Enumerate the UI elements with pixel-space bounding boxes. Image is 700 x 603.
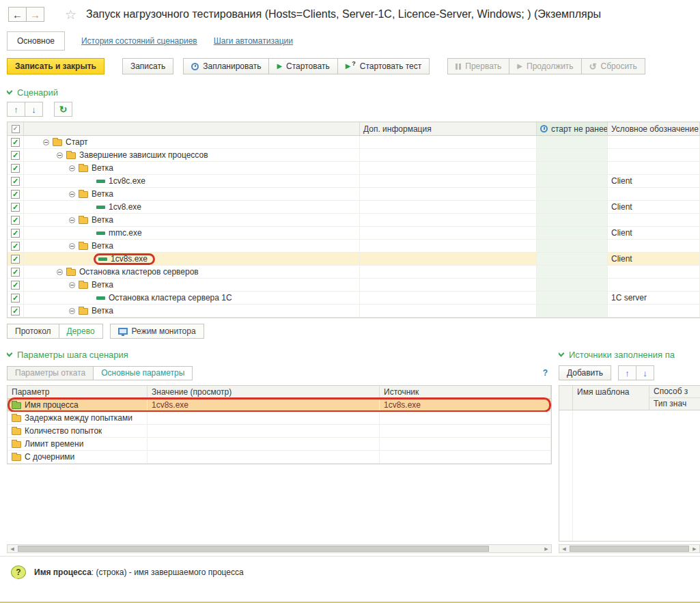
back-button[interactable]: ← [8,7,27,22]
row-checkbox[interactable] [11,177,20,186]
row-checkbox[interactable] [11,203,20,212]
collapse-icon[interactable] [69,308,75,314]
move-up-button[interactable]: ↑ [7,102,25,117]
param-row[interactable]: Лимит времени [8,438,551,451]
collapse-icon[interactable] [43,139,49,145]
process-icon [96,296,105,300]
scroll-right-icon[interactable]: ▶ [542,545,551,552]
schedule-label: Запланировать [203,61,261,71]
tree-row[interactable]: Завершение зависших процессов [8,149,700,162]
save-and-close-button[interactable]: Записать и закрыть [7,58,104,74]
fill-sources-header[interactable]: Источники заполнения па [559,348,700,361]
folder-icon [79,191,88,198]
param-row[interactable]: Количество попыток [8,425,551,438]
param-row-selected[interactable]: Имя процесса 1cv8s.exe 1cv8s.exe [8,399,551,412]
row-checkbox[interactable] [11,151,20,160]
tree-row[interactable]: Остановка кластеров серверов [8,266,700,279]
refresh-button[interactable]: ↻ [54,102,72,117]
play-icon: ▶ [517,63,522,70]
symbol-column-header[interactable]: Условное обозначение ед... [608,122,700,135]
tab-main[interactable]: Основное [7,31,65,51]
tab-rollback-params[interactable]: Параметры отката [7,366,94,380]
reset-button[interactable]: ↺Сбросить [581,58,645,74]
horizontal-scrollbar[interactable]: ◀ ▶ [559,544,700,553]
tree-row[interactable]: 1cv8c.exe Client [8,175,700,188]
row-checkbox[interactable] [11,307,20,315]
schedule-button[interactable]: Запланировать [183,58,269,74]
scrollbar-thumb[interactable] [570,546,689,552]
info-column-header[interactable]: Доп. информация [360,122,537,135]
param-row[interactable]: Задержка между попытками [8,412,551,425]
link-scenario-history[interactable]: История состояний сценариев [81,36,197,46]
scrollbar-thumb[interactable] [18,546,489,552]
interrupt-button[interactable]: Прервать [447,58,509,74]
horizontal-scrollbar[interactable]: ◀ ▶ [7,544,552,553]
tab-protocol[interactable]: Протокол [7,324,59,339]
source-column-header[interactable]: Источник [380,386,551,398]
tree-row[interactable]: Ветка [8,240,700,253]
row-checkbox[interactable] [11,190,20,199]
start-test-button[interactable]: ▶?Стартовать тест [337,58,430,74]
row-checkbox[interactable] [11,294,20,303]
sources-table-body[interactable] [559,410,700,541]
row-checkbox[interactable] [11,164,20,173]
collapse-icon[interactable] [57,269,63,275]
row-checkbox[interactable] [11,255,20,264]
tree-row[interactable]: Ветка [8,279,700,292]
start-column-header[interactable]: старт не ранее... [537,122,608,135]
scroll-left-icon[interactable]: ◀ [559,545,569,552]
tree-row[interactable]: Остановка кластера сервера 1С 1C server [8,292,700,305]
row-checkbox[interactable] [11,216,20,225]
move-down-button[interactable]: ↓ [25,102,43,117]
move-down-button[interactable]: ↓ [636,365,654,380]
row-checkbox[interactable] [11,268,20,277]
tree-row[interactable]: Ветка [8,162,700,175]
tab-monitor-mode[interactable]: Режим монитора [110,324,204,339]
tree-row[interactable]: 1cv8.exe Client [8,201,700,214]
tree-item-label: Ветка [92,163,113,173]
resume-button[interactable]: ▶Продолжить [509,58,581,74]
tree-row-selected[interactable]: 1cv8s.exe Client [8,253,700,266]
tree-row[interactable]: Ветка [8,305,700,318]
template-column-header[interactable]: Имя шаблона [573,386,649,410]
select-all-icon[interactable] [12,125,20,133]
add-button[interactable]: Добавить [559,365,611,380]
tree-row[interactable]: Старт [8,136,700,149]
method-column-header[interactable]: Способ з [649,386,700,398]
tree-column-header[interactable] [24,122,360,135]
row-checkbox[interactable] [11,138,20,147]
collapse-icon[interactable] [69,243,75,249]
start-button[interactable]: ▶Стартовать [268,58,337,74]
tab-main-params[interactable]: Основные параметры [93,366,193,380]
value-column-header[interactable]: Значение (просмотр) [148,386,380,398]
help-link[interactable]: ? [543,368,548,378]
row-checkbox[interactable] [11,242,20,251]
tree-row[interactable]: Ветка [8,214,700,227]
scroll-left-icon[interactable]: ◀ [8,545,17,552]
row-checkbox[interactable] [11,229,20,238]
tab-tree[interactable]: Дерево [59,324,103,339]
type-column-header[interactable]: Тип знач [649,398,700,410]
step-params-header[interactable]: Параметры шага сценария [7,348,552,361]
tree-item-label: Остановка кластеров серверов [79,267,199,277]
link-automation-steps[interactable]: Шаги автоматизации [214,36,293,46]
collapse-icon[interactable] [69,165,75,171]
tree-row[interactable]: Ветка [8,188,700,201]
back-icon: ← [12,9,23,20]
forward-button[interactable]: → [26,7,44,22]
tree-table-header: Доп. информация старт не ранее... Условн… [8,122,700,136]
collapse-icon[interactable] [69,217,75,223]
save-button[interactable]: Записать [122,58,173,74]
collapse-icon[interactable] [69,191,75,197]
collapse-icon[interactable] [57,152,63,158]
scenario-section-header[interactable]: Сценарий [7,86,700,98]
move-up-button[interactable]: ↑ [618,365,636,380]
collapse-icon[interactable] [69,282,75,288]
row-checkbox[interactable] [11,281,20,290]
tree-row[interactable]: mmc.exe Client [8,227,700,240]
param-row[interactable]: С дочерними [8,451,551,464]
param-column-header[interactable]: Параметр [8,386,148,398]
param-source [380,451,551,463]
scroll-right-icon[interactable]: ▶ [690,545,699,552]
favorite-star-icon[interactable]: ☆ [65,7,76,23]
